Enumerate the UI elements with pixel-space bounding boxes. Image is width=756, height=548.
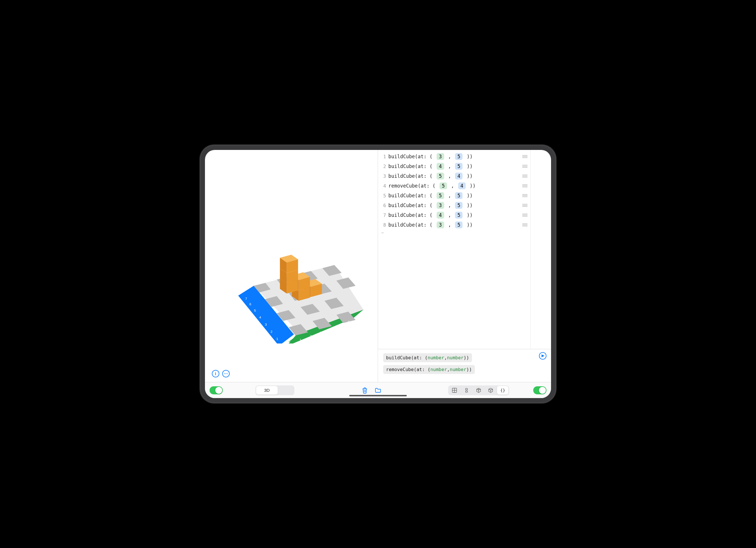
drag-handle-icon[interactable] — [522, 165, 528, 168]
line-number: 8 — [378, 222, 386, 228]
code-line[interactable]: 2buildCube(at: ( 4 , 5 )) — [378, 162, 530, 171]
preview-pane: 1 2 3 4 5 6 7 1 2 3 4 — [205, 150, 378, 382]
svg-text:6: 6 — [348, 320, 350, 323]
line-number: 4 — [378, 183, 386, 189]
trash-button[interactable] — [360, 385, 370, 395]
arg-y[interactable]: 5 — [455, 163, 463, 170]
drag-handle-icon[interactable] — [522, 204, 528, 207]
arg-x[interactable]: 3 — [437, 153, 444, 160]
svg-rect-55 — [466, 391, 468, 392]
svg-text:7: 7 — [245, 296, 247, 300]
code-pane: 1buildCube(at: ( 3 , 5 ))2buildCube(at: … — [378, 150, 551, 382]
svg-text:4: 4 — [330, 327, 332, 331]
code-line[interactable]: 4removeCube(at: ( 5 , 4 )) — [378, 181, 530, 191]
scene-3d[interactable]: 1 2 3 4 5 6 7 1 2 3 4 — [205, 150, 378, 382]
svg-rect-54 — [466, 388, 468, 390]
tool-grid2[interactable] — [449, 386, 460, 395]
code-text: buildCube(at: ( 3 , 5 )) — [388, 222, 522, 228]
helper-bar: buildCube(at: (number,number)) removeCub… — [378, 349, 551, 382]
editor-mode-group[interactable]: {} — [448, 385, 509, 395]
code-line[interactable]: 8buildCube(at: ( 3 , 5 )) — [378, 220, 530, 230]
arg-y[interactable]: 4 — [458, 182, 466, 189]
arg-y[interactable]: 4 — [455, 173, 463, 180]
arg-x[interactable]: 4 — [437, 163, 444, 170]
svg-text:1: 1 — [276, 337, 278, 341]
tool-cube-outline[interactable] — [473, 386, 484, 395]
svg-text:2: 2 — [270, 330, 273, 333]
more-button[interactable]: ⋯ — [222, 370, 230, 377]
code-text: buildCube(at: ( 5 , 5 )) — [388, 192, 522, 199]
line-number: 7 — [378, 213, 386, 218]
arg-y[interactable]: 5 — [455, 222, 463, 228]
left-toggle[interactable] — [210, 386, 223, 394]
drag-handle-icon[interactable] — [522, 155, 528, 158]
svg-text:4: 4 — [259, 315, 261, 319]
folder-button[interactable] — [373, 385, 383, 395]
code-line[interactable]: 3buildCube(at: ( 5 , 4 )) — [378, 171, 530, 181]
run-button[interactable] — [539, 352, 546, 359]
arg-x[interactable]: 5 — [440, 182, 447, 189]
tool-stack[interactable] — [461, 386, 472, 395]
info-button[interactable]: i — [212, 370, 219, 377]
code-line[interactable]: 5buildCube(at: ( 5 , 5 )) — [378, 191, 530, 201]
code-editor[interactable]: 1buildCube(at: ( 3 , 5 ))2buildCube(at: … — [378, 150, 551, 349]
right-toggle[interactable] — [533, 386, 546, 394]
code-line[interactable]: 7buildCube(at: ( 4 , 5 )) — [378, 210, 530, 220]
drag-handle-icon[interactable] — [522, 175, 528, 178]
home-indicator[interactable] — [349, 395, 407, 396]
snippet-buildcube[interactable]: buildCube(at: (number,number)) — [383, 353, 472, 362]
arg-y[interactable]: 5 — [455, 212, 463, 219]
seg-3d[interactable]: 3D — [256, 386, 278, 395]
arg-y[interactable]: 5 — [455, 153, 463, 160]
arg-x[interactable]: 3 — [437, 222, 444, 228]
arg-y[interactable]: 5 — [455, 202, 463, 209]
ipad-frame: 1 2 3 4 5 6 7 1 2 3 4 — [200, 145, 556, 403]
code-text: removeCube(at: ( 5 , 4 )) — [388, 182, 522, 189]
line-number: 2 — [378, 164, 386, 169]
line-number: 5 — [378, 193, 386, 199]
code-text: buildCube(at: ( 3 , 5 )) — [388, 153, 522, 160]
svg-text:7: 7 — [356, 316, 358, 320]
view-mode-segmented[interactable]: 3D — [256, 385, 294, 395]
line-number: 3 — [378, 174, 386, 179]
tool-cube-solid[interactable] — [485, 386, 496, 395]
drag-handle-icon[interactable] — [522, 194, 528, 197]
scene-svg: 1 2 3 4 5 6 7 1 2 3 4 — [214, 189, 369, 344]
line-number: 1 — [378, 154, 386, 159]
code-text: buildCube(at: ( 4 , 5 )) — [388, 212, 522, 219]
arg-x[interactable]: 3 — [437, 202, 444, 209]
arg-x[interactable]: 5 — [437, 192, 444, 199]
tool-code[interactable]: {} — [497, 386, 509, 395]
code-minimap-gutter — [530, 150, 551, 349]
arg-x[interactable]: 5 — [437, 173, 444, 180]
line-number: 6 — [378, 203, 386, 208]
code-text: buildCube(at: ( 3 , 5 )) — [388, 202, 522, 209]
cursor-indicator-icon: → — [378, 230, 530, 235]
svg-text:3: 3 — [265, 322, 267, 326]
svg-text:5: 5 — [339, 323, 341, 327]
arg-x[interactable]: 4 — [437, 212, 444, 219]
content-area: 1 2 3 4 5 6 7 1 2 3 4 — [205, 150, 551, 382]
svg-text:5: 5 — [254, 308, 256, 312]
code-line[interactable]: 6buildCube(at: ( 3 , 5 )) — [378, 201, 530, 210]
snippet-removecube[interactable]: removeCube(at: (number,number)) — [383, 365, 475, 374]
seg-grid[interactable] — [278, 386, 294, 395]
drag-handle-icon[interactable] — [522, 224, 528, 226]
svg-text:2: 2 — [310, 334, 312, 338]
code-line[interactable]: 1buildCube(at: ( 3 , 5 )) — [378, 152, 530, 162]
svg-text:6: 6 — [249, 302, 251, 306]
drag-handle-icon[interactable] — [522, 214, 528, 217]
svg-marker-45 — [542, 354, 544, 357]
drag-handle-icon[interactable] — [522, 185, 528, 187]
screen: 1 2 3 4 5 6 7 1 2 3 4 — [205, 150, 551, 398]
code-text: buildCube(at: ( 5 , 4 )) — [388, 173, 522, 180]
svg-text:3: 3 — [320, 330, 322, 334]
svg-text:1: 1 — [300, 338, 302, 341]
arg-y[interactable]: 5 — [455, 192, 463, 199]
code-text: buildCube(at: ( 4 , 5 )) — [388, 163, 522, 170]
